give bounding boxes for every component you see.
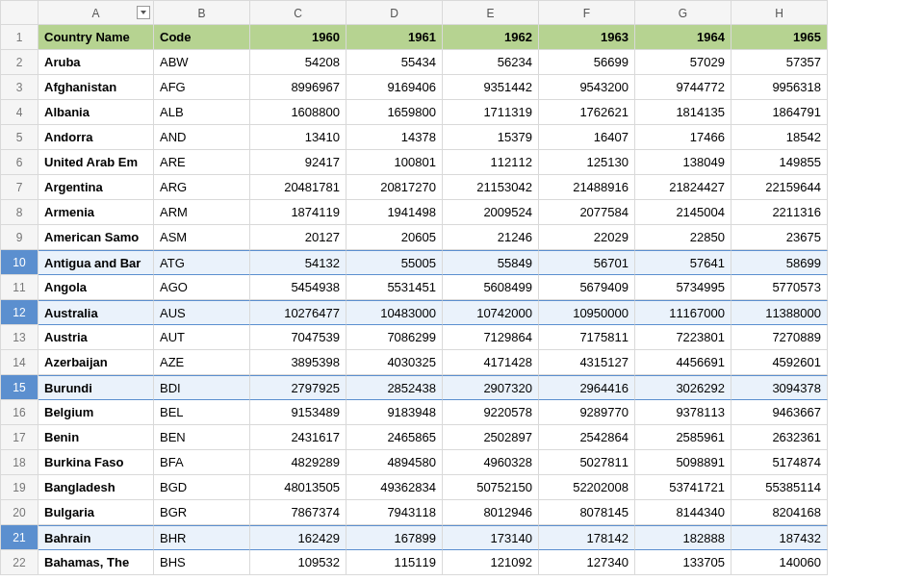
column-header-b[interactable]: B (154, 0, 250, 25)
cell-value[interactable]: 125130 (539, 150, 635, 175)
cell-value[interactable]: 127340 (539, 550, 635, 575)
cell-value[interactable]: 53741721 (635, 475, 732, 500)
cell-value[interactable]: 149855 (732, 150, 828, 175)
cell-value[interactable]: 20605 (346, 225, 443, 250)
cell-value[interactable]: 100801 (346, 150, 443, 175)
cell-value[interactable]: 2009524 (443, 200, 539, 225)
cell-code[interactable]: BEL (154, 400, 250, 425)
cell-value[interactable]: 4456691 (635, 350, 732, 375)
cell-value[interactable]: 2542864 (539, 425, 635, 450)
cell-value[interactable]: 8204168 (732, 500, 828, 525)
cell-value[interactable]: 182888 (635, 525, 732, 550)
cell-country-name[interactable]: Antigua and Bar (38, 250, 154, 275)
table-header-cell[interactable]: Country Name (38, 25, 154, 50)
cell-country-name[interactable]: American Samo (38, 225, 154, 250)
column-header-c[interactable]: C (250, 0, 346, 25)
cell-code[interactable]: AFG (154, 75, 250, 100)
cell-country-name[interactable]: Azerbaijan (38, 350, 154, 375)
cell-country-name[interactable]: Australia (38, 300, 154, 325)
cell-value[interactable]: 57029 (635, 50, 732, 75)
row-header[interactable]: 7 (0, 175, 38, 200)
cell-value[interactable]: 11167000 (635, 300, 732, 325)
cell-value[interactable]: 7943118 (346, 500, 443, 525)
row-header[interactable]: 11 (0, 275, 38, 300)
cell-value[interactable]: 55849 (443, 250, 539, 275)
row-header[interactable]: 20 (0, 500, 38, 525)
row-header[interactable]: 4 (0, 100, 38, 125)
cell-country-name[interactable]: Aruba (38, 50, 154, 75)
cell-country-name[interactable]: Afghanistan (38, 75, 154, 100)
cell-value[interactable]: 5174874 (732, 450, 828, 475)
cell-value[interactable]: 18542 (732, 125, 828, 150)
cell-value[interactable]: 9378113 (635, 400, 732, 425)
cell-value[interactable]: 140060 (732, 550, 828, 575)
table-header-cell[interactable]: 1960 (250, 25, 346, 50)
cell-value[interactable]: 57357 (732, 50, 828, 75)
cell-value[interactable]: 23675 (732, 225, 828, 250)
cell-code[interactable]: ARE (154, 150, 250, 175)
cell-country-name[interactable]: Burundi (38, 375, 154, 400)
cell-value[interactable]: 55385114 (732, 475, 828, 500)
cell-value[interactable]: 55005 (346, 250, 443, 275)
cell-value[interactable]: 121092 (443, 550, 539, 575)
cell-value[interactable]: 4315127 (539, 350, 635, 375)
cell-value[interactable]: 9744772 (635, 75, 732, 100)
cell-value[interactable]: 9543200 (539, 75, 635, 100)
cell-code[interactable]: ARM (154, 200, 250, 225)
cell-value[interactable]: 14378 (346, 125, 443, 150)
cell-value[interactable]: 5734995 (635, 275, 732, 300)
cell-value[interactable]: 20817270 (346, 175, 443, 200)
cell-value[interactable]: 7175811 (539, 325, 635, 350)
cell-value[interactable]: 10742000 (443, 300, 539, 325)
row-header[interactable]: 3 (0, 75, 38, 100)
cell-country-name[interactable]: Benin (38, 425, 154, 450)
cell-value[interactable]: 8078145 (539, 500, 635, 525)
cell-value[interactable]: 8144340 (635, 500, 732, 525)
row-header[interactable]: 14 (0, 350, 38, 375)
cell-country-name[interactable]: Albania (38, 100, 154, 125)
cell-value[interactable]: 178142 (539, 525, 635, 550)
row-header[interactable]: 21 (0, 525, 38, 550)
cell-code[interactable]: AGO (154, 275, 250, 300)
cell-value[interactable]: 2964416 (539, 375, 635, 400)
cell-value[interactable]: 5027811 (539, 450, 635, 475)
cell-value[interactable]: 9351442 (443, 75, 539, 100)
cell-code[interactable]: BFA (154, 450, 250, 475)
row-header[interactable]: 12 (0, 300, 38, 325)
cell-value[interactable]: 22029 (539, 225, 635, 250)
row-header[interactable]: 19 (0, 475, 38, 500)
cell-code[interactable]: AUT (154, 325, 250, 350)
cell-value[interactable]: 112112 (443, 150, 539, 175)
cell-value[interactable]: 3895398 (250, 350, 346, 375)
cell-value[interactable]: 10950000 (539, 300, 635, 325)
cell-value[interactable]: 1874119 (250, 200, 346, 225)
row-header[interactable]: 17 (0, 425, 38, 450)
cell-value[interactable]: 11388000 (732, 300, 828, 325)
column-header-e[interactable]: E (443, 0, 539, 25)
cell-value[interactable]: 2585961 (635, 425, 732, 450)
cell-value[interactable]: 138049 (635, 150, 732, 175)
row-header[interactable]: 18 (0, 450, 38, 475)
cell-value[interactable]: 5608499 (443, 275, 539, 300)
cell-code[interactable]: AZE (154, 350, 250, 375)
cell-value[interactable]: 2431617 (250, 425, 346, 450)
cell-value[interactable]: 8012946 (443, 500, 539, 525)
cell-value[interactable]: 48013505 (250, 475, 346, 500)
cell-value[interactable]: 3094378 (732, 375, 828, 400)
cell-value[interactable]: 7047539 (250, 325, 346, 350)
cell-country-name[interactable]: Burkina Faso (38, 450, 154, 475)
cell-value[interactable]: 187432 (732, 525, 828, 550)
cell-value[interactable]: 5454938 (250, 275, 346, 300)
cell-value[interactable]: 167899 (346, 525, 443, 550)
cell-value[interactable]: 2077584 (539, 200, 635, 225)
cell-value[interactable]: 7129864 (443, 325, 539, 350)
cell-value[interactable]: 56701 (539, 250, 635, 275)
cell-value[interactable]: 7223801 (635, 325, 732, 350)
cell-value[interactable]: 2211316 (732, 200, 828, 225)
cell-country-name[interactable]: Argentina (38, 175, 154, 200)
row-header[interactable]: 13 (0, 325, 38, 350)
table-header-cell[interactable]: 1961 (346, 25, 443, 50)
cell-value[interactable]: 21153042 (443, 175, 539, 200)
cell-value[interactable]: 4171428 (443, 350, 539, 375)
cell-value[interactable]: 22159644 (732, 175, 828, 200)
